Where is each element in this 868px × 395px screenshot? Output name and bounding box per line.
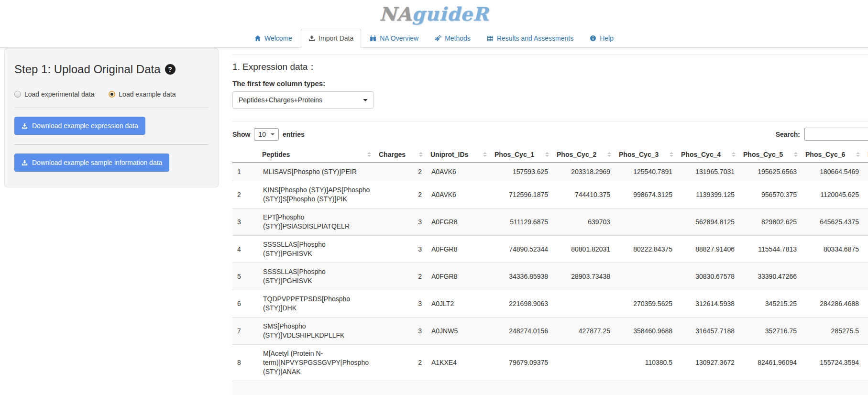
- column-types-label: The first few column types:: [232, 79, 868, 88]
- cell-phos_cyc_6: [802, 263, 864, 290]
- entries-select[interactable]: 10: [254, 128, 279, 141]
- cell-phos_cyc_6: 285275.5: [802, 318, 864, 345]
- sort-icon[interactable]: [670, 152, 673, 157]
- column-label: Charges: [379, 151, 406, 158]
- column-header-charges[interactable]: Charges: [375, 146, 427, 163]
- cell-phos_cyc_3: 125540.7891: [615, 163, 677, 181]
- table-header-row: PeptidesChargesUniprot_IDsPhos_Cyc_1Phos…: [232, 146, 868, 163]
- cell-rownum: 1: [232, 163, 258, 181]
- sort-icon[interactable]: [419, 152, 423, 157]
- upload-sidebar-panel: Step 1: Upload Original Data ? Load expe…: [4, 48, 219, 187]
- column-header-phos_cyc_4[interactable]: Phos_Cyc_4: [677, 146, 739, 163]
- radio-load-example-data[interactable]: Load example data: [109, 90, 176, 98]
- cell-uniprot: A0FGR8: [427, 263, 491, 290]
- button-label: Download example expression data: [32, 121, 138, 130]
- cell-peptides: TQDPVPPETPSDS[Phospho (STY)]DHK: [258, 290, 375, 318]
- column-header-phos_cyc_6[interactable]: Phos_Cyc_6: [802, 146, 864, 163]
- entries-selected-value: 10: [258, 131, 266, 138]
- cell-peptides: M[Acetyl (Protein N-term)]NPVYSPGSSGVPY[…: [258, 345, 375, 381]
- cell-phos_cyc_1: 79679.09375: [491, 345, 553, 381]
- sort-icon[interactable]: [545, 152, 549, 157]
- cell-phos_cyc_7: 331924.5625: [864, 318, 868, 345]
- table-row: 7SMS[Phospho (STY)]VDLSHIPLKDPLLFK3A0JNW…: [232, 318, 868, 345]
- cell-phos_cyc_7: [864, 208, 868, 236]
- cell-phos_cyc_5: 352716.75: [739, 318, 802, 345]
- help-question-icon[interactable]: ?: [165, 64, 176, 75]
- download-expression-data-button[interactable]: Download example expression data: [14, 117, 145, 135]
- sort-icon[interactable]: [367, 152, 371, 157]
- cell-uniprot: A1KXE4: [427, 345, 491, 381]
- tab-welcome[interactable]: Welcome: [247, 29, 300, 48]
- main-panel: 1. Expression data： The first few column…: [225, 48, 868, 395]
- column-types-select[interactable]: Peptides+Charges+Proteins: [232, 91, 374, 109]
- divider: [232, 121, 868, 121]
- tab-help[interactable]: Help: [582, 29, 621, 48]
- column-header-uniprot[interactable]: Uniprot_IDs: [427, 146, 491, 163]
- show-label: Show: [232, 131, 250, 138]
- sort-icon[interactable]: [856, 152, 860, 157]
- cell-phos_cyc_2: 80801.82031: [553, 236, 615, 263]
- entries-label: entries: [283, 131, 305, 138]
- radio-load-experimental-data[interactable]: Load experimental data: [14, 90, 94, 98]
- table-row: 5SSSSLLAS[Phospho (STY)]PGHISVK2A0FGR834…: [232, 263, 868, 290]
- column-header-phos_cyc_2[interactable]: Phos_Cyc_2: [553, 146, 615, 163]
- radio-unchecked-icon[interactable]: [14, 91, 21, 98]
- cell-charges: 2: [375, 345, 427, 381]
- table-controls: Show 10 entries Search:: [232, 128, 868, 141]
- tab-label: Results and Assessments: [497, 34, 573, 42]
- column-header-phos_cyc_1[interactable]: Phos_Cyc_1: [491, 146, 553, 163]
- cell-phos_cyc_7: 148941.4688: [864, 163, 868, 181]
- cell-phos_cyc_3: 110380.5: [615, 345, 677, 381]
- cell-phos_cyc_3: 80222.84375: [615, 236, 677, 263]
- sort-icon[interactable]: [607, 152, 611, 157]
- cell-phos_cyc_6: 284286.4688: [802, 290, 864, 318]
- column-label: Phos_Cyc_4: [681, 151, 721, 158]
- cell-uniprot: A0JNW5: [427, 318, 491, 345]
- sort-icon[interactable]: [732, 152, 736, 157]
- radio-label: Load example data: [119, 90, 176, 98]
- table-search-control: Search:: [776, 128, 868, 141]
- cell-phos_cyc_2: 427877.25: [553, 318, 615, 345]
- cell-phos_cyc_4: 562894.8125: [677, 208, 739, 236]
- column-label: Phos_Cyc_6: [805, 151, 845, 158]
- radio-checked-icon[interactable]: [109, 91, 115, 98]
- sort-icon[interactable]: [794, 152, 798, 157]
- cell-uniprot: A0JLT2: [427, 290, 491, 318]
- gears-icon: [435, 35, 441, 42]
- download-sample-info-button[interactable]: Download example sample information data: [14, 154, 169, 172]
- cell-rownum: 6: [232, 290, 258, 318]
- main-nav-tabs: Welcome Import Data NA Overview Methods …: [0, 27, 868, 48]
- cell-rownum: 3: [232, 208, 258, 236]
- tab-label: Import Data: [319, 34, 353, 42]
- search-input[interactable]: [804, 128, 868, 141]
- home-icon: [254, 35, 261, 42]
- tab-methods[interactable]: Methods: [427, 29, 478, 48]
- sort-icon[interactable]: [483, 152, 487, 157]
- table-row: 8M[Acetyl (Protein N-term)]NPVYSPGSSGVPY…: [232, 345, 868, 381]
- cell-peptides: SMS[Phospho (STY)]VDLSHIPLKDPLLFK: [258, 318, 375, 345]
- column-label: Uniprot_IDs: [430, 151, 468, 158]
- tab-na-overview[interactable]: NA Overview: [362, 29, 426, 48]
- cell-charges: 3: [375, 290, 427, 318]
- column-header-peptides[interactable]: Peptides: [258, 146, 375, 163]
- tab-label: Help: [600, 34, 614, 42]
- app-logo: NAguideR: [379, 3, 489, 25]
- column-header-phos_cyc_7[interactable]: Phos_Cyc_7: [864, 146, 868, 163]
- data-source-radio-group: Load experimental data Load example data: [14, 90, 209, 98]
- cell-charges: 2: [375, 163, 427, 181]
- tab-results-assessments[interactable]: Results and Assessments: [479, 29, 581, 48]
- column-header-phos_cyc_5[interactable]: Phos_Cyc_5: [739, 146, 802, 163]
- expression-data-title: 1. Expression data：: [232, 61, 868, 73]
- cell-phos_cyc_5: 829802.625: [739, 208, 802, 236]
- cell-phos_cyc_6: 645625.4375: [802, 208, 864, 236]
- cell-peptides: EPT[Phospho (STY)]PSIASDISLPIATQELR: [258, 208, 375, 236]
- logo-part-guider: guideR: [412, 3, 489, 25]
- column-header-phos_cyc_3[interactable]: Phos_Cyc_3: [615, 146, 677, 163]
- cell-phos_cyc_1: 248274.0156: [491, 318, 553, 345]
- cell-phos_cyc_4: 312614.5938: [677, 290, 739, 318]
- tab-import-data[interactable]: Import Data: [301, 29, 361, 48]
- cell-phos_cyc_5: 33390.47266: [739, 263, 802, 290]
- info-icon: [590, 35, 596, 42]
- cell-uniprot: A0FGR8: [427, 208, 491, 236]
- cell-phos_cyc_7: 31978.69141: [864, 263, 868, 290]
